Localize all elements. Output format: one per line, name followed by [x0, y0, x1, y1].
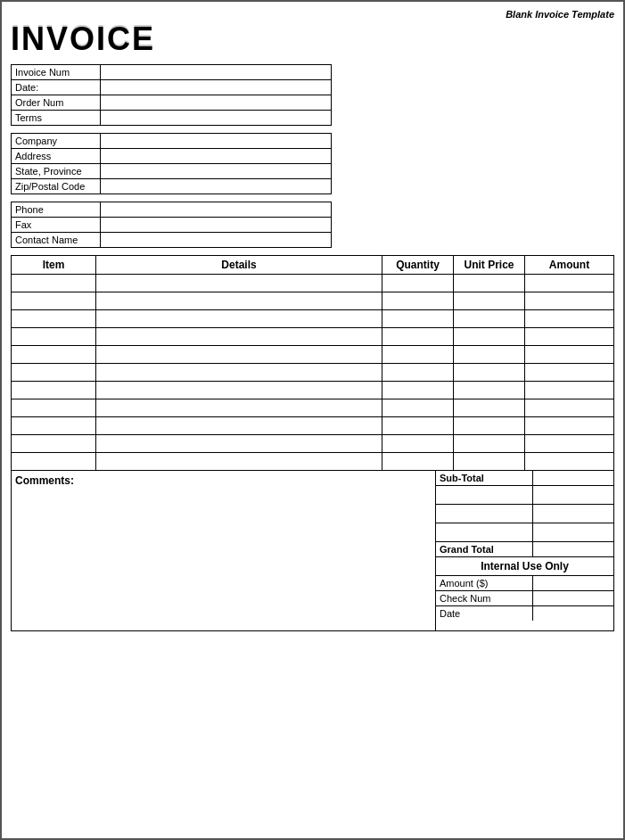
quantity-cell[interactable] — [382, 435, 454, 453]
order-num-value[interactable] — [101, 95, 331, 110]
amount-cell[interactable] — [525, 364, 614, 382]
details-cell[interactable] — [96, 328, 382, 346]
item-cell[interactable] — [12, 364, 96, 382]
table-row — [12, 275, 614, 292]
check-num-label: Check Num — [436, 591, 533, 605]
subtotal-value[interactable] — [533, 471, 613, 485]
details-cell[interactable] — [96, 310, 382, 328]
internal-use-header: Internal Use Only — [436, 557, 613, 576]
col-quantity: Quantity — [382, 256, 454, 275]
table-row — [12, 453, 614, 471]
details-cell[interactable] — [96, 364, 382, 382]
table-row — [12, 435, 614, 453]
unit-price-cell[interactable] — [454, 328, 525, 346]
amount-cell[interactable] — [525, 435, 614, 453]
item-cell[interactable] — [12, 435, 96, 453]
unit-price-cell[interactable] — [454, 275, 525, 292]
grand-total-row: Grand Total — [436, 542, 613, 557]
details-cell[interactable] — [96, 382, 382, 399]
details-cell[interactable] — [96, 346, 382, 364]
invoice-info-block: Invoice Num Date: Order Num Terms — [11, 64, 332, 126]
amount-cell[interactable] — [525, 292, 614, 310]
amount-cell[interactable] — [525, 275, 614, 292]
check-num-value[interactable] — [533, 591, 613, 605]
details-cell[interactable] — [96, 453, 382, 471]
terms-row: Terms — [12, 111, 331, 125]
grand-total-value[interactable] — [533, 542, 613, 556]
quantity-cell[interactable] — [382, 346, 454, 364]
zip-value[interactable] — [101, 179, 331, 194]
item-cell[interactable] — [12, 328, 96, 346]
unit-price-cell[interactable] — [454, 399, 525, 417]
address-value[interactable] — [101, 149, 331, 163]
invoice-heading: INVOICE — [11, 23, 614, 55]
table-row — [12, 292, 614, 310]
contact-name-row: Contact Name — [12, 233, 331, 247]
terms-value[interactable] — [101, 111, 331, 125]
quantity-cell[interactable] — [382, 275, 454, 292]
date-row: Date: — [12, 80, 331, 95]
details-cell[interactable] — [96, 292, 382, 310]
invoice-num-label: Invoice Num — [12, 65, 101, 79]
extra-right-1[interactable] — [533, 486, 613, 504]
internal-date-value[interactable] — [533, 606, 613, 621]
company-row: Company — [12, 134, 331, 149]
phone-value[interactable] — [101, 202, 331, 217]
unit-price-cell[interactable] — [454, 292, 525, 310]
unit-price-cell[interactable] — [454, 346, 525, 364]
item-cell[interactable] — [12, 453, 96, 471]
item-cell[interactable] — [12, 292, 96, 310]
amount-cell[interactable] — [525, 382, 614, 399]
quantity-cell[interactable] — [382, 417, 454, 435]
invoice-page: Blank Invoice Template INVOICE Invoice N… — [0, 0, 625, 840]
amount-cell[interactable] — [525, 346, 614, 364]
quantity-cell[interactable] — [382, 382, 454, 399]
unit-price-cell[interactable] — [454, 364, 525, 382]
item-cell[interactable] — [12, 346, 96, 364]
subtotal-row: Sub-Total — [436, 471, 613, 486]
quantity-cell[interactable] — [382, 399, 454, 417]
amount-cell[interactable] — [525, 310, 614, 328]
item-cell[interactable] — [12, 310, 96, 328]
invoice-num-value[interactable] — [101, 65, 331, 79]
unit-price-cell[interactable] — [454, 417, 525, 435]
amount-value[interactable] — [533, 576, 613, 590]
unit-price-cell[interactable] — [454, 435, 525, 453]
quantity-cell[interactable] — [382, 328, 454, 346]
item-cell[interactable] — [12, 275, 96, 292]
details-cell[interactable] — [96, 435, 382, 453]
col-item: Item — [12, 256, 96, 275]
fax-value[interactable] — [101, 218, 331, 232]
phone-label: Phone — [12, 202, 101, 217]
state-value[interactable] — [101, 164, 331, 178]
quantity-cell[interactable] — [382, 364, 454, 382]
date-value[interactable] — [101, 80, 331, 95]
company-value[interactable] — [101, 134, 331, 148]
details-cell[interactable] — [96, 275, 382, 292]
state-label: State, Province — [12, 164, 101, 178]
quantity-cell[interactable] — [382, 292, 454, 310]
contact-name-value[interactable] — [101, 233, 331, 247]
extra-left-3[interactable] — [436, 523, 533, 541]
item-cell[interactable] — [12, 417, 96, 435]
terms-label: Terms — [12, 111, 101, 125]
table-row — [12, 399, 614, 417]
extra-right-2[interactable] — [533, 505, 613, 523]
unit-price-cell[interactable] — [454, 310, 525, 328]
extra-left-1[interactable] — [436, 486, 533, 504]
unit-price-cell[interactable] — [454, 382, 525, 399]
unit-price-cell[interactable] — [454, 453, 525, 471]
item-cell[interactable] — [12, 399, 96, 417]
extra-left-2[interactable] — [436, 505, 533, 523]
details-cell[interactable] — [96, 417, 382, 435]
amount-cell[interactable] — [525, 399, 614, 417]
quantity-cell[interactable] — [382, 453, 454, 471]
amount-cell[interactable] — [525, 328, 614, 346]
quantity-cell[interactable] — [382, 310, 454, 328]
item-cell[interactable] — [12, 382, 96, 399]
extra-right-3[interactable] — [533, 523, 613, 541]
amount-cell[interactable] — [525, 453, 614, 471]
details-cell[interactable] — [96, 399, 382, 417]
table-header-row: Item Details Quantity Unit Price Amount — [12, 256, 614, 275]
amount-cell[interactable] — [525, 417, 614, 435]
